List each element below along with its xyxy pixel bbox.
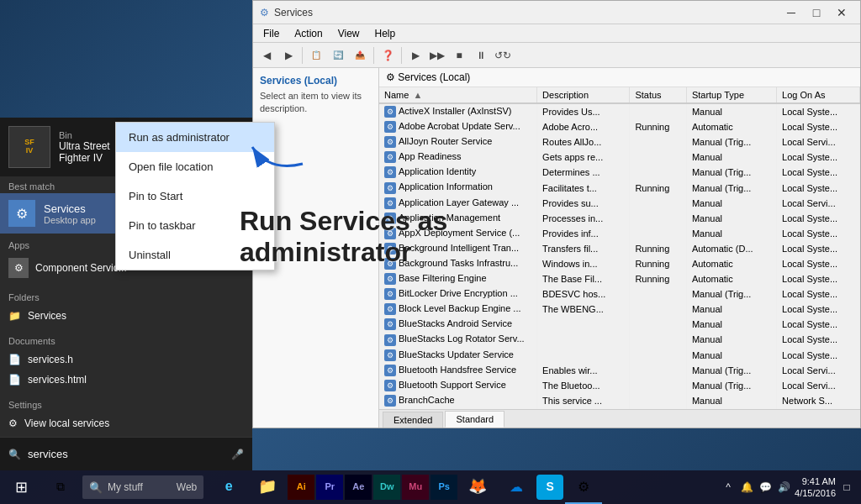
tab-standard[interactable]: Standard [445,411,504,428]
onedrive-taskbar-icon[interactable]: ☁ [498,470,535,504]
tab-extended[interactable]: Extended [383,412,443,428]
taskbar-search-box[interactable]: 🔍 My stuff Web [82,475,203,499]
doc-item-label-1: services.h [28,354,73,365]
table-row[interactable]: ⚙BlueStacks Updater Service Manual Local… [379,348,860,363]
app-name-line1: Bin [59,130,110,140]
premiere-taskbar-icon[interactable]: Pr [316,475,343,500]
clock-time: 9:41 AM [795,475,836,487]
table-row[interactable]: ⚙BlueStacks Android Service Manual Local… [379,317,860,332]
window-titlebar: ⚙ Services ─ □ ✕ [253,1,860,24]
services-table[interactable]: Name ▲ Description Status Startup Type L… [379,87,860,409]
aftereffects-taskbar-icon[interactable]: Ae [345,475,372,500]
start-search-bar: 🔍 🎤 [0,437,252,470]
left-panel-title: Services (Local) [260,75,372,87]
col-logon-header[interactable]: Log On As [777,87,860,103]
app-name: Bin Ultra Street Fighter IV [59,130,110,164]
table-row[interactable]: ⚙BlueStacks Log Rotator Serv... Manual L… [379,332,860,347]
table-row[interactable]: ⚙AppX Deployment Service (... Provides i… [379,226,860,241]
pause-button[interactable]: ▶▶ [427,46,447,65]
pin-taskbar-label: Pin to taskbar [129,219,196,232]
menu-file[interactable]: File [256,26,286,41]
dreamweaver-taskbar-icon[interactable]: Dw [373,475,400,500]
table-row[interactable]: ⚙Block Level Backup Engine ... The WBENG… [379,302,860,317]
table-row[interactable]: ⚙Bluetooth Handsfree Service Enables wir… [379,363,860,378]
folder-item-services[interactable]: 📁 Services [0,306,252,326]
table-row[interactable]: ⚙AllJoyn Router Service Routes AllJo... … [379,134,860,150]
explorer-taskbar-icon[interactable]: 📁 [249,470,286,504]
table-row[interactable]: ⚙App Readiness Gets apps re... Manual Lo… [379,150,860,165]
services-app-icon: ⚙ [8,200,35,227]
restart-button[interactable]: ↺↻ [493,46,513,65]
clock-date: 4/15/2016 [795,487,836,499]
table-row[interactable]: ⚙Application Layer Gateway ... Provides … [379,196,860,211]
best-match-subtitle: Desktop app [44,215,96,225]
documents-section: Documents 📄 services.h 📄 services.html [0,329,252,393]
edge-taskbar-icon[interactable]: e [210,470,247,504]
muse-taskbar-icon[interactable]: Mu [402,475,429,500]
doc-item-services-h[interactable]: 📄 services.h [0,349,252,370]
table-row[interactable]: ⚙BranchCache This service ... Manual Net… [379,393,860,408]
stop-button[interactable]: ■ [449,46,469,65]
table-row[interactable]: ⚙Application Management Processes in... … [379,211,860,226]
table-row[interactable]: ⚙ActiveX Installer (AxInstSV) Provides U… [379,103,860,119]
col-startup-header[interactable]: Startup Type [686,87,776,103]
doc-icon-1: 📄 [8,354,21,365]
illustrator-taskbar-icon[interactable]: Ai [288,475,314,500]
col-desc-header[interactable]: Description [537,87,630,103]
task-view-button[interactable]: ⧉ [42,470,79,504]
taskbar-web-label[interactable]: Web [177,481,197,493]
settings-taskbar-icon[interactable]: ⚙ [565,470,602,504]
tray-notification-icon[interactable]: 🔔 [739,480,754,495]
menu-action[interactable]: Action [288,26,329,41]
tray-volume-icon[interactable]: 🔊 [776,480,791,495]
play-button[interactable]: ▶ [405,46,425,65]
table-row[interactable]: ⚙Adobe Acrobat Update Serv... Adobe Acro… [379,119,860,134]
menu-help[interactable]: Help [368,26,403,41]
help-button[interactable]: ❓ [378,46,398,65]
toolbar-btn1[interactable]: 📋 [306,46,326,65]
start-button[interactable]: ⊞ [0,470,42,504]
maximize-button[interactable]: □ [805,4,828,21]
tray-message-icon[interactable]: 💬 [758,480,773,495]
toolbar-btn2[interactable]: 🔄 [328,46,348,65]
tray-chevron-icon[interactable]: ^ [721,480,736,495]
col-name-header[interactable]: Name ▲ [379,87,537,103]
service-icon: ⚙ [384,349,396,361]
best-match-info: Services Desktop app [44,202,96,225]
skype-taskbar-icon[interactable]: S [536,475,563,500]
menu-view[interactable]: View [331,26,367,41]
doc-item-services-html[interactable]: 📄 services.html [0,370,252,390]
table-row[interactable]: ⚙Bluetooth Support Service The Bluetoo..… [379,378,860,393]
mic-icon[interactable]: 🎤 [231,449,244,460]
forward-button[interactable]: ▶ [278,46,298,65]
minimize-button[interactable]: ─ [779,4,803,21]
window-controls[interactable]: ─ □ ✕ [779,4,853,21]
col-status-header[interactable]: Status [630,87,687,103]
start-search-input[interactable] [28,448,224,460]
back-button[interactable]: ◀ [256,46,277,65]
run-services-label: Run Services asadministrator [240,206,447,267]
settings-item-local[interactable]: ⚙ View local services [0,413,252,433]
table-row[interactable]: ⚙Application Identity Determines ... Man… [379,165,860,180]
table-row[interactable]: ⚙BitLocker Drive Encryption ... BDESVC h… [379,286,860,302]
table-row[interactable]: ⚙Application Information Facilitates t..… [379,180,860,195]
photoshop-taskbar-icon[interactable]: Ps [430,475,457,500]
pause2-button[interactable]: ⏸ [471,46,491,65]
table-row[interactable]: ⚙Background Tasks Infrastru... Windows i… [379,256,860,271]
action-center-icon[interactable]: □ [839,480,854,495]
left-panel-description: Select an item to view its description. [260,90,372,116]
table-row[interactable]: ⚙Base Filtering Engine The Base Fil... R… [379,271,860,286]
taskbar-app-icons: e 📁 Ai Pr Ae Dw Mu Ps 🦊 ☁ S ⚙ [207,470,714,504]
close-button[interactable]: ✕ [830,4,853,21]
folders-section: Folders 📁 Services [0,286,252,329]
tab-bar: Extended Standard [379,409,860,428]
firefox-taskbar-icon[interactable]: 🦊 [459,470,496,504]
folder-icon: 📁 [8,310,21,322]
table-row[interactable]: ⚙Background Intelligent Tran... Transfer… [379,241,860,256]
toolbar-sep3 [401,47,402,64]
toolbar-btn3[interactable]: 📤 [350,46,370,65]
my-stuff-label[interactable]: My stuff [108,481,143,493]
service-icon: ⚙ [384,151,396,163]
run-admin-label: Run as administrator [129,131,230,144]
folder-item-label: Services [28,310,66,322]
